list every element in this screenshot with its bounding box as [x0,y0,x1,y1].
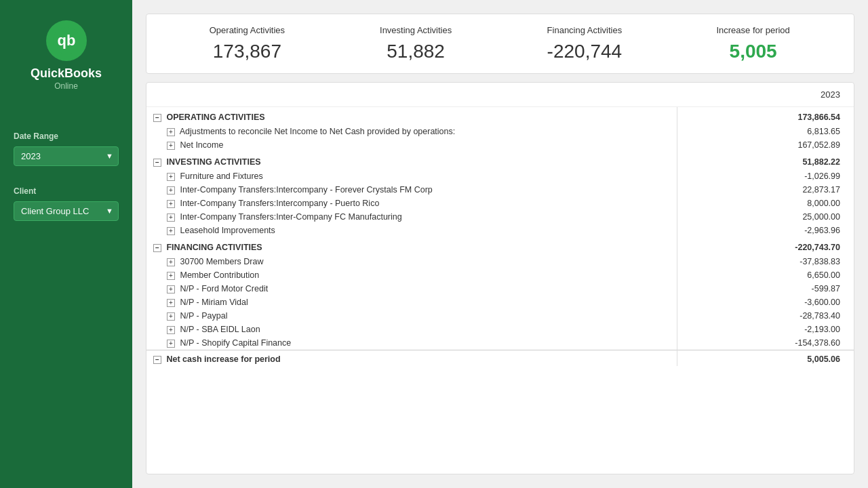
row-value: 25,000.00 [677,210,854,224]
table-header: 2023 [146,83,854,107]
svg-text:qb: qb [57,32,75,49]
row-label: + N/P - Miriam Vidal [146,296,677,309]
expand-icon[interactable]: + [167,299,175,307]
app-name: QuickBooks [31,66,102,81]
collapse-icon[interactable]: − [153,114,161,122]
date-range-dropdown-wrapper[interactable]: 2023 2022 2021 ▼ [14,146,119,166]
row-value: 167,052.89 [677,138,854,152]
investing-activities-value: 51,882 [332,41,500,62]
collapse-icon[interactable]: − [153,244,161,252]
row-value: 8,000.00 [677,197,854,210]
net-cash-label: − Net cash increase for period [146,350,677,367]
quickbooks-logo: qb [46,20,87,61]
increase-for-period-label: Increase for period [669,25,837,35]
section-header-value: -220,743.70 [677,237,854,255]
expand-icon[interactable]: + [167,186,175,195]
financing-activities-value: -220,744 [500,41,669,62]
row-value: -37,838.83 [677,255,854,268]
date-range-select[interactable]: 2023 2022 2021 [14,146,119,166]
collapse-icon[interactable]: − [153,356,161,364]
operating-activities-summary: Operating Activities 173,867 [163,25,332,62]
row-label: + N/P - Ford Motor Credit [146,282,677,296]
app-subname: Online [54,81,78,91]
expand-icon[interactable]: + [167,128,175,136]
expand-icon[interactable]: + [167,173,175,181]
row-label: + N/P - Paypal [146,309,677,323]
client-select[interactable]: Client Group LLC [14,201,119,221]
section-header-value: 51,882.22 [677,152,854,169]
row-label: + Adjustments to reconcile Net Income to… [146,125,677,138]
row-value: -28,783.40 [677,309,854,323]
expand-icon[interactable]: + [167,227,175,235]
row-label: + Inter-Company Transfers:Intercompany -… [146,197,677,210]
collapse-icon[interactable]: − [153,159,161,167]
year-header: 2023 [772,89,840,100]
operating-activities-value: 173,867 [163,41,332,62]
row-value: -2,193.00 [677,323,854,336]
row-label: + 30700 Members Draw [146,255,677,268]
row-label: + Inter-Company Transfers:Inter-Company … [146,210,677,224]
row-label: + Furniture and Fixtures [146,169,677,183]
expand-icon[interactable]: + [167,214,175,222]
expand-icon[interactable]: + [167,142,175,150]
expand-icon[interactable]: + [167,340,175,348]
investing-activities-label: Investing Activities [332,25,500,35]
section-header-label: − INVESTING ACTIVITIES [146,152,677,169]
investing-activities-summary: Investing Activities 51,882 [332,25,500,62]
row-label: + N/P - Shopify Capital Finance [146,336,677,350]
row-label: + N/P - SBA EIDL Laon [146,323,677,336]
expand-icon[interactable]: + [167,258,175,266]
row-label: + Inter-Company Transfers:Intercompany -… [146,183,677,197]
row-value: -3,600.00 [677,296,854,309]
row-label: + Leasehold Improvements [146,224,677,237]
row-value: -154,378.60 [677,336,854,350]
section-header-label: − OPERATING ACTIVITIES [146,107,677,125]
section-header-label: − FINANCING ACTIVITIES [146,237,677,255]
expand-icon[interactable]: + [167,200,175,208]
increase-for-period-summary: Increase for period 5,005 [669,25,837,62]
operating-activities-label: Operating Activities [163,25,332,35]
sidebar: qb QuickBooks Online Date Range 2023 202… [0,0,132,488]
row-value: -1,026.99 [677,169,854,183]
row-label: + Member Contribution [146,268,677,282]
net-cash-value: 5,005.06 [677,350,854,367]
expand-icon[interactable]: + [167,285,175,293]
row-value: -599.87 [677,282,854,296]
expand-icon[interactable]: + [167,272,175,280]
client-dropdown-wrapper[interactable]: Client Group LLC ▼ [14,201,119,221]
row-label: + Net Income [146,138,677,152]
row-value: -2,963.96 [677,224,854,237]
cash-flow-table: − OPERATING ACTIVITIES 173,866.54 + Adju… [146,107,854,366]
date-range-label: Date Range [0,131,58,141]
report-table-card: 2023 − OPERATING ACTIVITIES 173,866.54 +… [146,82,854,474]
increase-for-period-value: 5,005 [669,41,837,62]
summary-card: Operating Activities 173,867 Investing A… [146,14,854,74]
section-header-value: 173,866.54 [677,107,854,125]
main-content: Operating Activities 173,867 Investing A… [132,0,868,488]
expand-icon[interactable]: + [167,326,175,334]
row-value: 6,650.00 [677,268,854,282]
client-label: Client [0,186,36,196]
financing-activities-summary: Financing Activities -220,744 [500,25,669,62]
logo-container: qb QuickBooks Online [31,20,102,91]
financing-activities-label: Financing Activities [500,25,669,35]
expand-icon[interactable]: + [167,312,175,321]
row-value: 6,813.65 [677,125,854,138]
row-value: 22,873.17 [677,183,854,197]
